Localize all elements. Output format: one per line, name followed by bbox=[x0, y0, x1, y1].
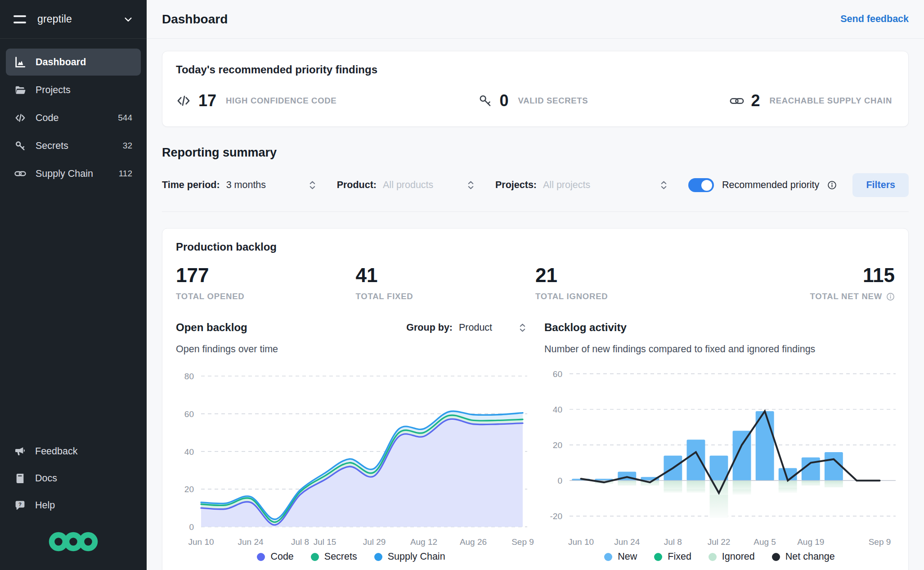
stat-value: 177 bbox=[176, 265, 356, 286]
product-select[interactable]: All products bbox=[383, 180, 475, 191]
projects-value: All projects bbox=[543, 180, 590, 191]
svg-text:0: 0 bbox=[557, 476, 562, 485]
svg-text:0: 0 bbox=[189, 522, 194, 532]
megaphone-icon bbox=[14, 446, 26, 457]
help-icon: ? bbox=[14, 500, 26, 511]
page-header: Dashboard Send feedback bbox=[147, 0, 924, 39]
page-title: Dashboard bbox=[162, 12, 228, 27]
svg-text:60: 60 bbox=[184, 409, 194, 419]
link-icon bbox=[730, 95, 744, 107]
legend-dot bbox=[257, 553, 265, 561]
key-icon bbox=[14, 140, 26, 152]
time-period-filter: Time period: 3 months bbox=[162, 180, 316, 191]
sidebar-item-docs[interactable]: Docs bbox=[6, 465, 141, 492]
legend-dot bbox=[709, 553, 717, 561]
svg-text:40: 40 bbox=[553, 405, 562, 414]
open-backlog-legend: Code Secrets Supply Chain bbox=[176, 551, 526, 562]
filters-button[interactable]: Filters bbox=[852, 173, 909, 197]
backlog-activity-legend: New Fixed Ignored bbox=[544, 551, 895, 562]
group-by-value: Product bbox=[459, 322, 492, 333]
sidebar-badge-supply-chain: 112 bbox=[119, 169, 132, 179]
send-feedback-link[interactable]: Send feedback bbox=[840, 13, 909, 25]
svg-text:Aug 19: Aug 19 bbox=[797, 537, 824, 547]
svg-text:?: ? bbox=[18, 502, 22, 507]
stat-label: VALID SECRETS bbox=[518, 96, 588, 106]
charts-row: Open backlog Group by: Product Open find… bbox=[176, 319, 895, 562]
sidebar-item-secrets[interactable]: Secrets 32 bbox=[6, 132, 141, 159]
stat-total-fixed: 41 TOTAL FIXED bbox=[356, 265, 536, 301]
svg-text:Sep 9: Sep 9 bbox=[511, 537, 534, 547]
open-backlog-subtitle: Open findings over time bbox=[176, 344, 526, 355]
sidebar-badge-code: 544 bbox=[118, 113, 132, 123]
sidebar-item-label: Dashboard bbox=[36, 57, 86, 68]
main-area: Dashboard Send feedback Today's recommen… bbox=[147, 0, 924, 570]
sidebar-nav: Dashboard Projects Code 544 Secrets 32 S… bbox=[0, 39, 147, 187]
open-backlog-chart: 020406080Jun 10Jun 24Jul 8Jul 15Jul 29Au… bbox=[176, 360, 529, 549]
workspace-switcher[interactable]: greptile bbox=[0, 0, 147, 39]
key-icon bbox=[478, 94, 493, 108]
time-period-select[interactable]: 3 months bbox=[226, 180, 316, 191]
stat-label: TOTAL FIXED bbox=[356, 292, 536, 301]
dashboard-icon bbox=[14, 56, 26, 68]
recommended-priority-toggle[interactable] bbox=[688, 178, 714, 192]
svg-text:80: 80 bbox=[184, 372, 194, 381]
sidebar-item-supply-chain[interactable]: Supply Chain 112 bbox=[6, 160, 141, 187]
chevron-updown-icon bbox=[660, 180, 668, 190]
sidebar-item-help[interactable]: ? Help bbox=[6, 492, 141, 519]
product-value: All products bbox=[383, 180, 433, 191]
sidebar-item-dashboard[interactable]: Dashboard bbox=[6, 49, 141, 76]
recommended-priority-label: Recommended priority bbox=[722, 180, 819, 191]
backlog-stats: 177 TOTAL OPENED 41 TOTAL FIXED 21 TOTAL… bbox=[176, 265, 895, 301]
sidebar-item-label: Supply Chain bbox=[36, 168, 93, 180]
group-by-select[interactable]: Product bbox=[459, 322, 526, 333]
stat-total-opened: 177 TOTAL OPENED bbox=[176, 265, 356, 301]
svg-text:Aug 26: Aug 26 bbox=[460, 537, 487, 547]
legend-item-supply-chain[interactable]: Supply Chain bbox=[374, 551, 445, 562]
info-icon[interactable] bbox=[886, 292, 895, 301]
backlog-activity-title: Backlog activity bbox=[544, 321, 627, 334]
stat-label: TOTAL NET NEW bbox=[715, 292, 895, 301]
svg-text:Jun 10: Jun 10 bbox=[188, 537, 214, 547]
svg-text:60: 60 bbox=[553, 369, 562, 379]
svg-text:Jul 29: Jul 29 bbox=[363, 537, 386, 547]
stat-value: 41 bbox=[356, 265, 536, 286]
sidebar-footer: Feedback Docs ? Help bbox=[0, 438, 147, 570]
stat-value: 17 bbox=[198, 91, 216, 110]
sidebar-item-feedback[interactable]: Feedback bbox=[6, 438, 141, 465]
svg-text:Jun 24: Jun 24 bbox=[238, 537, 263, 547]
legend-dot bbox=[604, 553, 612, 561]
svg-text:Jun 24: Jun 24 bbox=[614, 537, 640, 547]
projects-filter: Projects: All projects bbox=[495, 180, 668, 191]
legend-item-new[interactable]: New bbox=[604, 551, 637, 562]
group-by-control: Group by: Product bbox=[406, 322, 526, 333]
sidebar-item-label: Code bbox=[36, 112, 58, 124]
open-backlog-title: Open backlog bbox=[176, 321, 247, 334]
chevron-down-icon[interactable] bbox=[123, 14, 133, 24]
projects-select[interactable]: All projects bbox=[543, 180, 668, 191]
sidebar-item-label: Projects bbox=[36, 85, 71, 96]
sidebar-item-projects[interactable]: Projects bbox=[6, 76, 141, 103]
menu-icon[interactable] bbox=[13, 15, 26, 23]
legend-item-code[interactable]: Code bbox=[257, 551, 293, 562]
svg-text:20: 20 bbox=[184, 485, 194, 494]
stat-label: TOTAL OPENED bbox=[176, 292, 356, 301]
legend-item-net-change[interactable]: Net change bbox=[772, 551, 835, 562]
stat-valid-secrets: 0 VALID SECRETS bbox=[478, 91, 588, 110]
info-icon[interactable] bbox=[827, 180, 837, 190]
time-period-value: 3 months bbox=[226, 180, 266, 191]
product-filter: Product: All products bbox=[337, 180, 475, 191]
legend-item-secrets[interactable]: Secrets bbox=[311, 551, 357, 562]
legend-item-fixed[interactable]: Fixed bbox=[654, 551, 691, 562]
stat-label: HIGH CONFIDENCE CODE bbox=[226, 96, 336, 106]
reporting-summary-title: Reporting summary bbox=[162, 146, 909, 160]
svg-text:Jul 22: Jul 22 bbox=[708, 537, 731, 547]
legend-item-ignored[interactable]: Ignored bbox=[709, 551, 755, 562]
code-icon bbox=[176, 93, 191, 108]
sidebar-item-code[interactable]: Code 544 bbox=[6, 104, 141, 131]
time-period-label: Time period: bbox=[162, 180, 220, 191]
app-window: greptile Dashboard Projects Code 544 Sec… bbox=[0, 0, 924, 570]
projects-label: Projects: bbox=[495, 180, 537, 191]
backlog-activity-chart: -200204060Jun 10Jun 24Jul 8Jul 22Aug 5Au… bbox=[544, 360, 897, 549]
priority-stats: 17 HIGH CONFIDENCE CODE 0 VALID SECRETS … bbox=[176, 91, 895, 110]
chevron-updown-icon bbox=[519, 323, 526, 333]
